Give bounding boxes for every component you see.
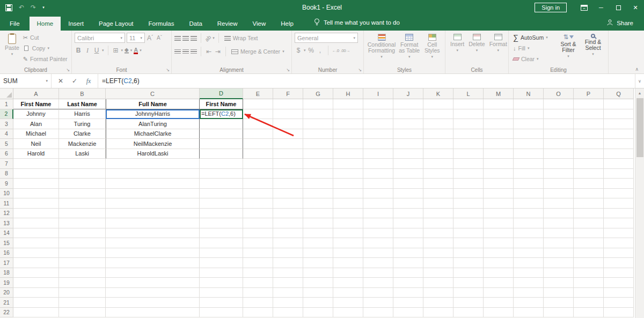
cell-O8[interactable] [544,169,574,179]
cell-F13[interactable] [273,218,303,228]
cell-Q8[interactable] [604,169,634,179]
cell-P10[interactable] [574,189,604,199]
cell-M15[interactable] [484,238,514,248]
column-header-K[interactable]: K [423,88,453,99]
cell-E12[interactable] [243,209,273,219]
cell-L2[interactable] [453,109,484,120]
find-select-button[interactable]: Find & Select ▾ [581,32,605,65]
formula-input[interactable]: =LEFT(C2,6) [98,74,635,88]
cell-M21[interactable] [484,298,514,308]
cell-B2[interactable]: Harris [59,109,106,120]
cell-N15[interactable] [514,238,544,248]
row-header-2[interactable]: 2 [0,109,13,120]
format-as-table-button[interactable]: Format as Table ▾ [397,32,422,65]
cell-N2[interactable] [514,109,544,120]
cell-E13[interactable] [243,218,273,228]
cell-L14[interactable] [453,228,484,239]
cell-L21[interactable] [453,298,484,308]
cell-M16[interactable] [484,248,514,258]
column-header-B[interactable]: B [59,88,106,99]
cell-P17[interactable] [574,258,604,268]
cell-C3[interactable]: AlanTuring [106,119,200,129]
cell-A4[interactable]: Michael [13,129,59,139]
fill-button[interactable]: ↓Fill▾ [511,43,555,54]
tab-home[interactable]: Home [30,17,61,31]
cell-Q17[interactable] [604,258,634,268]
italic-button[interactable]: I [84,47,91,55]
cell-B20[interactable] [59,288,106,298]
insert-cells-button[interactable]: Insert ▾ [448,32,466,65]
column-header-P[interactable]: P [574,88,604,99]
cell-L20[interactable] [453,288,484,298]
cell-J12[interactable] [393,209,423,219]
cell-O14[interactable] [544,228,574,239]
row-header-20[interactable]: 20 [0,288,13,298]
cell-N20[interactable] [514,288,544,298]
cell-N13[interactable] [514,218,544,228]
cell-N21[interactable] [514,298,544,308]
cell-Q22[interactable] [604,308,634,318]
clear-button[interactable]: Clear▾ [511,54,555,64]
cell-M3[interactable] [484,119,514,129]
underline-dropdown-icon[interactable]: ▾ [102,48,104,53]
cell-G7[interactable] [303,159,333,169]
cell-M22[interactable] [484,308,514,318]
cell-G18[interactable] [303,268,333,278]
cell-I9[interactable] [363,179,393,189]
cell-L19[interactable] [453,278,484,288]
cell-I6[interactable] [363,149,393,159]
cell-A1[interactable]: First Name [13,99,59,109]
decrease-font-size-button[interactable]: Aˇ [156,35,163,41]
cell-B3[interactable]: Turing [59,119,106,129]
cell-N16[interactable] [514,248,544,258]
cell-J16[interactable] [393,248,423,258]
cell-C1[interactable]: Full Name [106,99,200,109]
autosum-button[interactable]: ∑AutoSum▾ [511,32,555,43]
underline-button[interactable]: U [93,47,100,54]
cell-J10[interactable] [393,189,423,199]
cell-H22[interactable] [333,308,363,318]
cell-P21[interactable] [574,298,604,308]
cell-G2[interactable] [303,109,333,120]
cell-D3[interactable] [200,119,243,129]
cell-G12[interactable] [303,209,333,219]
row-header-19[interactable]: 19 [0,278,13,288]
cell-J18[interactable] [393,268,423,278]
cell-C9[interactable] [106,179,200,189]
cell-A2[interactable]: Johnny [13,109,59,120]
cell-C21[interactable] [106,298,200,308]
cell-G16[interactable] [303,248,333,258]
cell-D17[interactable] [200,258,243,268]
cell-K6[interactable] [423,149,453,159]
cell-C7[interactable] [106,159,200,169]
cell-N14[interactable] [514,228,544,239]
conditional-formatting-button[interactable]: Conditional Formatting ▾ [367,32,397,65]
cell-J2[interactable] [393,109,423,120]
cell-F11[interactable] [273,198,303,209]
cell-E3[interactable] [243,119,273,129]
cell-Q21[interactable] [604,298,634,308]
collapse-ribbon-icon[interactable]: ∧ [635,66,639,72]
cell-N7[interactable] [514,159,544,169]
cell-P20[interactable] [574,288,604,298]
cell-H7[interactable] [333,159,363,169]
cell-J13[interactable] [393,218,423,228]
cell-J7[interactable] [393,159,423,169]
cell-G1[interactable] [303,99,333,109]
cell-C22[interactable] [106,308,200,318]
cell-B19[interactable] [59,278,106,288]
cell-N4[interactable] [514,129,544,139]
cell-C10[interactable] [106,189,200,199]
tab-file[interactable]: File [0,17,30,31]
cell-H6[interactable] [333,149,363,159]
cell-B9[interactable] [59,179,106,189]
cell-J6[interactable] [393,149,423,159]
cell-D16[interactable] [200,248,243,258]
cell-K16[interactable] [423,248,453,258]
tab-help[interactable]: Help [273,17,301,31]
cell-K8[interactable] [423,169,453,179]
cell-F18[interactable] [273,268,303,278]
cell-K7[interactable] [423,159,453,169]
cell-O7[interactable] [544,159,574,169]
cell-H16[interactable] [333,248,363,258]
